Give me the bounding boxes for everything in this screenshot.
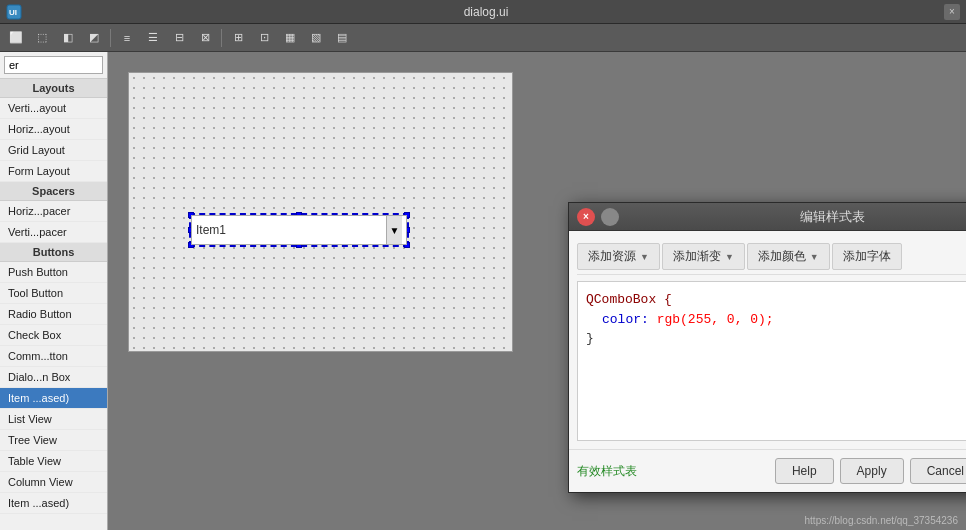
- dialog-min-button[interactable]: [601, 208, 619, 226]
- combo-text: Item1: [196, 223, 386, 237]
- toolbar-btn-5[interactable]: ≡: [115, 27, 139, 49]
- toolbar-btn-12[interactable]: ▧: [304, 27, 328, 49]
- toolbar-btn-4[interactable]: ◩: [82, 27, 106, 49]
- add-resource-button[interactable]: 添加资源 ▼: [577, 243, 660, 270]
- code-line-selector: QComboBox {: [586, 290, 966, 310]
- help-button[interactable]: Help: [775, 458, 834, 484]
- add-font-label: 添加字体: [843, 248, 891, 265]
- sidebar-item-verti-layout[interactable]: Verti...ayout: [0, 98, 107, 119]
- code-property-text: color:: [602, 312, 649, 327]
- dialog-footer: 有效样式表 Help Apply Cancel OK: [569, 449, 966, 492]
- dialog-title: 编辑样式表: [625, 208, 966, 226]
- toolbar-btn-9[interactable]: ⊞: [226, 27, 250, 49]
- sidebar-item-grid-layout[interactable]: Grid Layout: [0, 140, 107, 161]
- canvas-area[interactable]: Item1 ▼ × 编辑样式表 添加资源 ▼ 添加: [108, 52, 966, 530]
- combo-inner[interactable]: Item1 ▼: [191, 215, 407, 245]
- sidebar-item-push-button[interactable]: Push Button: [0, 262, 107, 283]
- toolbar-btn-13[interactable]: ▤: [330, 27, 354, 49]
- toolbar-btn-8[interactable]: ⊠: [193, 27, 217, 49]
- toolbar-btn-6[interactable]: ☰: [141, 27, 165, 49]
- code-line-property: color: rgb(255, 0, 0);: [586, 310, 966, 330]
- app-icon: UI: [6, 4, 22, 20]
- main-toolbar: ⬜ ⬚ ◧ ◩ ≡ ☰ ⊟ ⊠ ⊞ ⊡ ▦ ▧ ▤: [0, 24, 966, 52]
- dialog-titlebar: × 编辑样式表: [569, 203, 966, 231]
- add-color-button[interactable]: 添加颜色 ▼: [747, 243, 830, 270]
- cancel-button[interactable]: Cancel: [910, 458, 966, 484]
- toolbar-btn-7[interactable]: ⊟: [167, 27, 191, 49]
- style-editor-dialog[interactable]: × 编辑样式表 添加资源 ▼ 添加渐变 ▼ 添加颜色: [568, 202, 966, 493]
- toolbar-btn-10[interactable]: ⊡: [252, 27, 276, 49]
- code-selector-text: QComboBox {: [586, 292, 672, 307]
- sidebar-item-tool-button[interactable]: Tool Button: [0, 283, 107, 304]
- sidebar-search-container: [0, 52, 107, 79]
- sidebar-item-item-based-1[interactable]: Item ...ased): [0, 388, 107, 409]
- code-editor[interactable]: QComboBox { color: rgb(255, 0, 0); }: [577, 281, 966, 441]
- sidebar-item-item-based-2[interactable]: Item ...ased): [0, 493, 107, 514]
- status-valid-label: 有效样式表: [577, 463, 769, 480]
- sidebar: Layouts Verti...ayout Horiz...ayout Grid…: [0, 52, 108, 530]
- toolbar-separator-1: [110, 29, 111, 47]
- sidebar-item-column-view[interactable]: Column View: [0, 472, 107, 493]
- svg-text:UI: UI: [9, 8, 17, 17]
- add-color-label: 添加颜色: [758, 248, 806, 265]
- combo-widget[interactable]: Item1 ▼: [189, 213, 409, 247]
- dialog-toolbar: 添加资源 ▼ 添加渐变 ▼ 添加颜色 ▼ 添加字体: [577, 239, 966, 275]
- window-controls: ×: [944, 4, 960, 20]
- title-bar: UI dialog.ui ×: [0, 0, 966, 24]
- sidebar-item-table-view[interactable]: Table View: [0, 451, 107, 472]
- dialog-close-button[interactable]: ×: [577, 208, 595, 226]
- buttons-header: Buttons: [0, 243, 107, 262]
- sidebar-item-form-layout[interactable]: Form Layout: [0, 161, 107, 182]
- sidebar-item-horiz-layout[interactable]: Horiz...ayout: [0, 119, 107, 140]
- code-line-close: }: [586, 329, 966, 349]
- sidebar-item-horiz-spacer[interactable]: Horiz...pacer: [0, 201, 107, 222]
- toolbar-btn-11[interactable]: ▦: [278, 27, 302, 49]
- code-close-brace: }: [586, 331, 594, 346]
- close-button[interactable]: ×: [944, 4, 960, 20]
- toolbar-btn-3[interactable]: ◧: [56, 27, 80, 49]
- sidebar-item-list-view[interactable]: List View: [0, 409, 107, 430]
- spacers-header: Spacers: [0, 182, 107, 201]
- add-resource-arrow: ▼: [640, 252, 649, 262]
- dialog-body: 添加资源 ▼ 添加渐变 ▼ 添加颜色 ▼ 添加字体: [569, 231, 966, 449]
- add-resource-label: 添加资源: [588, 248, 636, 265]
- toolbar-separator-2: [221, 29, 222, 47]
- window-title: dialog.ui: [28, 5, 944, 19]
- sidebar-item-dialo-box[interactable]: Dialo...n Box: [0, 367, 107, 388]
- sidebar-item-tree-view[interactable]: Tree View: [0, 430, 107, 451]
- search-input[interactable]: [4, 56, 103, 74]
- toolbar-btn-1[interactable]: ⬜: [4, 27, 28, 49]
- watermark: https://blog.csdn.net/qq_37354236: [805, 515, 958, 526]
- combo-dropdown-arrow[interactable]: ▼: [386, 216, 402, 244]
- add-color-arrow: ▼: [810, 252, 819, 262]
- sidebar-item-radio-button[interactable]: Radio Button: [0, 304, 107, 325]
- add-gradient-arrow: ▼: [725, 252, 734, 262]
- apply-button[interactable]: Apply: [840, 458, 904, 484]
- sidebar-item-comm-tton[interactable]: Comm...tton: [0, 346, 107, 367]
- sidebar-item-verti-spacer[interactable]: Verti...pacer: [0, 222, 107, 243]
- add-gradient-button[interactable]: 添加渐变 ▼: [662, 243, 745, 270]
- sidebar-item-check-box[interactable]: Check Box: [0, 325, 107, 346]
- add-gradient-label: 添加渐变: [673, 248, 721, 265]
- toolbar-btn-2[interactable]: ⬚: [30, 27, 54, 49]
- main-layout: Layouts Verti...ayout Horiz...ayout Grid…: [0, 52, 966, 530]
- design-canvas[interactable]: Item1 ▼: [128, 72, 513, 352]
- layouts-header: Layouts: [0, 79, 107, 98]
- code-value-text: rgb(255, 0, 0);: [657, 312, 774, 327]
- add-font-button[interactable]: 添加字体: [832, 243, 902, 270]
